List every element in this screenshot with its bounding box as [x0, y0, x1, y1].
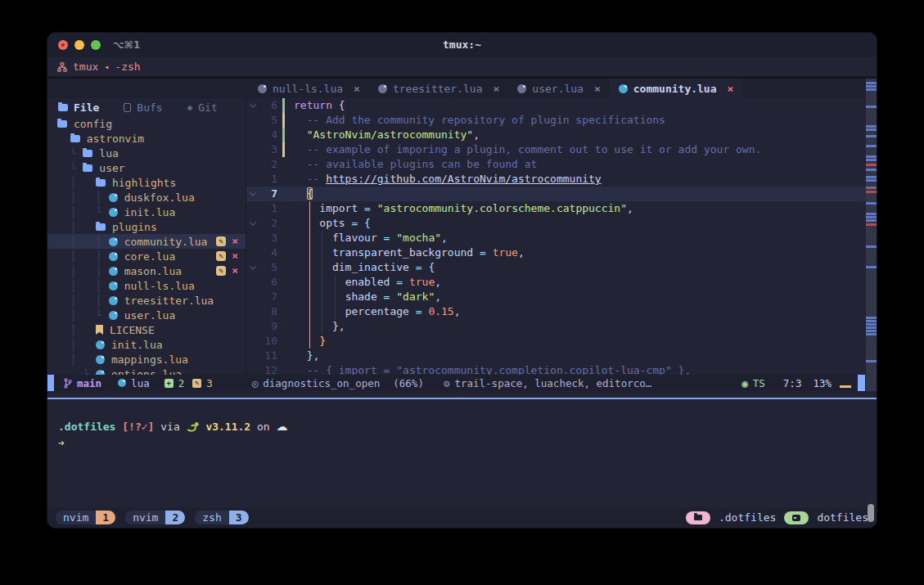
tree-item-user.lua[interactable]: │ └ user.lua	[47, 308, 246, 322]
fold-column[interactable]	[246, 334, 259, 349]
editor[interactable]: 6return {5 -- Add the community reposito…	[246, 98, 877, 375]
fold-column[interactable]	[246, 290, 259, 304]
fold-column[interactable]	[246, 201, 259, 216]
tree-item-core.lua[interactable]: │ │ core.lua✎×	[47, 249, 246, 263]
fold-column[interactable]	[246, 216, 259, 231]
code-line[interactable]: 6return {	[246, 98, 877, 113]
tree-item-astronvim[interactable]: astronvim	[47, 131, 246, 146]
fold-column[interactable]	[246, 260, 259, 275]
tree-item-treesitter.lua[interactable]: │ │ treesitter.lua	[47, 293, 246, 308]
git-branch-segment[interactable]: main	[64, 377, 101, 389]
buffer-tab-user.lua[interactable]: user.lua×	[508, 79, 609, 98]
close-buffer-icon[interactable]: ×	[354, 83, 360, 95]
lua-file-icon	[96, 370, 105, 376]
code-line[interactable]: 2 opts = {	[246, 216, 877, 231]
fold-column[interactable]	[246, 113, 259, 128]
fold-column[interactable]	[246, 245, 259, 260]
code-line[interactable]: 5 -- Add the community repository of plu…	[246, 113, 877, 128]
terminal-tab-bar[interactable]: tmux ◂ -zsh	[47, 57, 877, 79]
fold-column[interactable]	[246, 157, 259, 172]
code-line[interactable]: 9 },	[246, 319, 877, 334]
fold-column[interactable]	[246, 349, 259, 363]
fold-column[interactable]	[246, 319, 259, 334]
close-buffer-icon[interactable]: ×	[594, 83, 601, 95]
fold-column[interactable]	[246, 128, 259, 142]
mode-indicator-left	[47, 375, 54, 391]
tree-item-init.lua[interactable]: │ └ init.lua	[47, 205, 246, 219]
tree-item-options.lua[interactable]: └ options.lua	[47, 367, 246, 375]
sidebar-tab-git[interactable]: ◈Git	[187, 101, 218, 114]
tree-item-null-ls.lua[interactable]: │ │ null-ls.lua	[47, 278, 246, 293]
tmux-window-nvim-1[interactable]: nvim1	[56, 511, 115, 524]
code-line[interactable]: 4 transparent_background = true,	[246, 245, 877, 260]
chevron-down-icon	[250, 218, 256, 225]
lazy-status-segment: ◎ diagnostics_on_open (66%)	[252, 377, 424, 389]
fold-column[interactable]	[246, 172, 259, 187]
line-number: 4	[259, 245, 277, 260]
buffer-tab-community.lua[interactable]: community.lua×	[610, 79, 743, 98]
git-sign-change	[282, 142, 285, 157]
token-cursor: {	[307, 187, 313, 200]
code-line[interactable]: 7 shade = "dark",	[246, 290, 877, 304]
sidebar-tab-bufs[interactable]: Bufs	[124, 101, 162, 114]
code-line[interactable]: 8 percentage = 0.15,	[246, 304, 877, 319]
code-line[interactable]: 4 "AstroNvim/astrocommunity",	[246, 128, 877, 142]
code-line[interactable]: 3 flavour = "mocha",	[246, 231, 877, 245]
tree-item-user[interactable]: └ user	[47, 160, 246, 175]
fold-column[interactable]	[246, 275, 259, 290]
tmux-window-zsh-3[interactable]: zsh3	[195, 511, 248, 524]
circle-icon: ◎	[252, 377, 259, 389]
close-buffer-icon[interactable]: ×	[494, 83, 500, 95]
fold-column[interactable]	[246, 187, 259, 201]
fold-column[interactable]	[246, 304, 259, 319]
unstaged-icon: ×	[232, 251, 238, 261]
tree-item-duskfox.lua[interactable]: │ │ duskfox.lua	[47, 190, 246, 205]
code-line[interactable]: 6 enabled = true,	[246, 275, 877, 290]
tree-guides: │ │	[57, 280, 109, 292]
tree-item-init.lua[interactable]: │ init.lua	[47, 337, 246, 352]
tree-item-config[interactable]: config	[47, 116, 246, 131]
file-percent: 13%	[813, 377, 832, 389]
code-line[interactable]: 2 -- available plugins can be found at	[246, 157, 877, 172]
buffer-tab-treesitter.lua[interactable]: treesitter.lua×	[369, 79, 508, 98]
prompt-line: .dotfiles [!?✓] via v3.11.2 on ☁	[58, 419, 877, 434]
tree-item-community.lua[interactable]: │ │ community.lua✎×	[47, 234, 246, 249]
tree-item-lua[interactable]: └ lua	[47, 146, 246, 160]
fold-column[interactable]	[246, 363, 259, 375]
sign-column	[277, 231, 289, 245]
sidebar-tab-file[interactable]: File	[58, 101, 99, 114]
token-punc: {	[332, 99, 345, 111]
close-buffer-icon[interactable]: ×	[728, 83, 734, 95]
code-line[interactable]: 10 }	[246, 334, 877, 349]
tree-item-highlights[interactable]: │ highlights	[47, 175, 246, 190]
code-line[interactable]: 1 -- https://github.com/AstroNvim/astroc…	[246, 172, 877, 187]
code-line[interactable]: 12 -- { import = "astrocommunity.complet…	[246, 363, 877, 375]
scrollbar-minimap[interactable]	[866, 79, 877, 391]
tree-item-mason.lua[interactable]: │ │ mason.lua✎×	[47, 263, 246, 278]
tmux-window-nvim-2[interactable]: nvim2	[125, 511, 185, 524]
tree-item-plugins[interactable]: │ plugins	[47, 219, 246, 234]
fold-column[interactable]	[246, 231, 259, 245]
line-number: 6	[259, 275, 277, 290]
tree-item-LICENSE[interactable]: │ LICENSE	[47, 322, 246, 337]
line-number: 5	[259, 113, 277, 128]
fold-column[interactable]	[246, 98, 259, 113]
buffer-tab-null-ls.lua[interactable]: null-ls.lua×	[249, 79, 369, 98]
code-line[interactable]: 5 dim_inactive = {	[246, 260, 877, 275]
line-number: 1	[259, 172, 277, 187]
code-line[interactable]: 11 },	[246, 349, 877, 363]
token-fg	[294, 305, 345, 317]
shell-pane[interactable]: .dotfiles [!?✓] via v3.11.2 on ☁ ➜	[47, 391, 877, 507]
tree-item-mappings.lua[interactable]: │ mappings.lua	[47, 352, 246, 367]
minimap-mark	[866, 317, 877, 319]
fold-column[interactable]	[246, 142, 259, 157]
code-text: import = "astrocommunity.colorscheme.cat…	[289, 201, 633, 216]
code-line[interactable]: 1 import = "astrocommunity.colorscheme.c…	[246, 201, 877, 216]
tree-guides: │ └	[57, 309, 109, 322]
macos-scrollbar-thumb[interactable]	[868, 504, 874, 522]
code-line[interactable]: 3 -- example of imporing a plugin, comme…	[246, 142, 877, 157]
minimap-mark	[866, 219, 877, 222]
titlebar[interactable]: ⌥⌘1 tmux:~	[47, 33, 877, 57]
code-line[interactable]: 7 {	[246, 187, 877, 201]
code-text: enabled = true,	[289, 275, 441, 290]
